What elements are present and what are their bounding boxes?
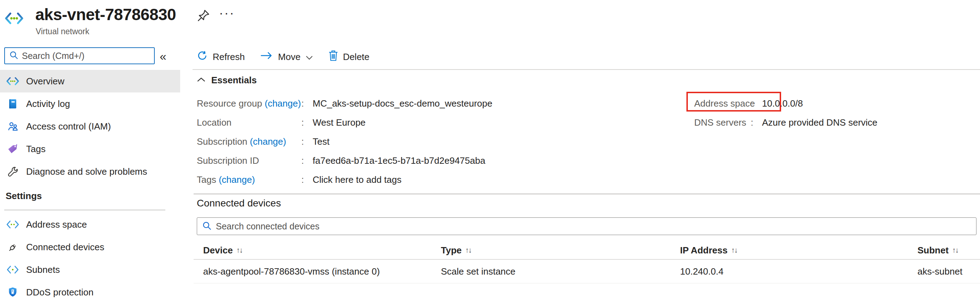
sidebar: « Overview [0,0,180,300]
essentials-row-tags: Tags (change) : Click here to add tags [197,170,493,189]
subscription-id-value: fa7eed6a-b71a-1ec5-b71a-b7d2e9475aba [313,155,485,166]
sidebar-item-label: Overview [26,76,64,87]
table-row: aks-agentpool-78786830-vmss (instance 0)… [197,260,977,283]
sidebar-item-activity-log[interactable]: Activity log [0,92,180,115]
location-label: Location [197,117,301,128]
connected-devices-table-header: Device↑↓ Type↑↓ IP Address↑↓ Subnet↑↓ [197,241,977,259]
sidebar-nav: Overview Activity log [0,70,180,183]
address-space-value: 10.0.0.0/8 [762,98,803,109]
sort-icon: ↑↓ [236,246,242,254]
resource-group-label: Resource group [197,98,262,109]
shield-icon [6,287,20,298]
chevron-up-icon [197,77,205,84]
dns-servers-value: Azure provided DNS service [762,117,878,128]
trash-icon [329,50,338,63]
sidebar-item-label: Address space [26,219,87,230]
delete-label: Delete [343,52,369,62]
vnet-icon [6,77,20,86]
separator: : [751,98,758,109]
sidebar-search-input[interactable] [22,51,154,61]
refresh-button[interactable]: Refresh [197,50,245,63]
separator: : [751,117,758,128]
column-header-type[interactable]: Type↑↓ [441,245,680,256]
subscription-change-link[interactable]: (change) [250,136,286,147]
search-icon [9,51,18,61]
sort-icon: ↑↓ [952,246,958,254]
connected-devices-title: Connected devices [197,198,281,209]
essentials-header[interactable]: Essentials [197,73,257,87]
essentials-row-location: Location : West Europe [197,113,493,132]
sidebar-item-label: Diagnose and solve problems [26,166,147,177]
subnet-icon [6,265,20,274]
sidebar-item-tags[interactable]: Tags [0,138,180,160]
separator: : [301,136,309,147]
separator: : [301,155,309,166]
table-row-divider [194,283,980,283]
separator: : [301,175,309,185]
sidebar-section-settings: Settings [6,190,42,202]
connected-devices-search-input[interactable] [216,221,976,232]
sidebar-item-label: Activity log [26,98,70,110]
column-header-subnet[interactable]: Subnet↑↓ [918,245,977,256]
search-icon [202,221,212,232]
essentials-row-subscription: Subscription (change) : Test [197,132,493,151]
sort-icon: ↑↓ [731,246,737,254]
essentials-row-dns-servers: DNS servers : Azure provided DNS service [694,113,878,132]
device-type: Scale set instance [441,266,680,277]
subscription-value-link[interactable]: Test [313,136,329,147]
access-control-icon [6,121,20,132]
sidebar-item-ddos-protection[interactable]: DDoS protection [0,281,180,300]
wrench-icon [6,166,20,178]
tag-icon [6,143,20,155]
sidebar-search[interactable] [4,47,155,64]
subscription-label: Subscription [197,136,247,147]
toolbar: Refresh Move [197,46,369,68]
essentials-row-subscription-id: Subscription ID : fa7eed6a-b71a-1ec5-b71… [197,151,493,170]
toolbar-divider [192,69,980,70]
sidebar-item-label: Connected devices [26,242,104,253]
sidebar-item-address-space[interactable]: Address space [0,213,180,236]
sidebar-item-access-control[interactable]: Access control (IAM) [0,115,180,138]
separator: : [301,98,309,109]
device-ip: 10.240.0.4 [680,266,918,277]
location-value: West Europe [313,117,366,128]
sidebar-item-label: Tags [26,144,46,155]
address-space-label: Address space [694,98,751,109]
sidebar-settings-nav: Address space Connected devices [0,213,180,300]
column-header-device[interactable]: Device↑↓ [203,245,441,256]
move-label: Move [278,52,301,62]
essentials-row-address-space: Address space : 10.0.0.0/8 [694,94,878,113]
connected-devices-search[interactable] [197,217,977,235]
tags-label: Tags [197,175,216,185]
refresh-icon [197,50,208,63]
refresh-label: Refresh [213,52,245,62]
delete-button[interactable]: Delete [329,50,369,63]
sidebar-item-connected-devices[interactable]: Connected devices [0,236,180,258]
tags-change-link[interactable]: (change) [219,175,255,185]
arrow-right-icon [260,51,273,63]
main-content: Refresh Move [191,0,980,300]
sidebar-item-label: DDoS protection [26,287,94,298]
separator: : [301,117,309,128]
address-space-icon [6,220,20,229]
essentials-divider [194,194,980,194]
add-tags-link[interactable]: Click here to add tags [313,175,401,185]
essentials-row-resource-group: Resource group (change) : MC_aks-setup-d… [197,94,493,113]
essentials-left-column: Resource group (change) : MC_aks-setup-d… [197,94,493,189]
chevron-down-icon [305,52,313,62]
sidebar-item-diagnose[interactable]: Diagnose and solve problems [0,160,180,183]
sidebar-item-label: Access control (IAM) [26,121,111,132]
resource-group-value-link[interactable]: MC_aks-setup-docs_esc-demo_westeurope [313,98,493,109]
column-header-ip-address[interactable]: IP Address↑↓ [680,245,918,256]
sidebar-item-subnets[interactable]: Subnets [0,258,180,281]
sidebar-item-label: Subnets [26,264,60,275]
activity-log-icon [6,98,20,110]
resource-group-change-link[interactable]: (change) [265,98,301,109]
move-button[interactable]: Move [260,51,313,63]
sidebar-item-overview[interactable]: Overview [0,70,180,92]
sort-icon: ↑↓ [465,246,471,254]
device-link[interactable]: aks-agentpool-78786830-vmss (instance 0) [203,266,441,277]
subscription-id-label: Subscription ID [197,155,301,166]
dns-servers-label: DNS servers [694,117,751,128]
collapse-sidebar-icon[interactable]: « [160,49,166,63]
